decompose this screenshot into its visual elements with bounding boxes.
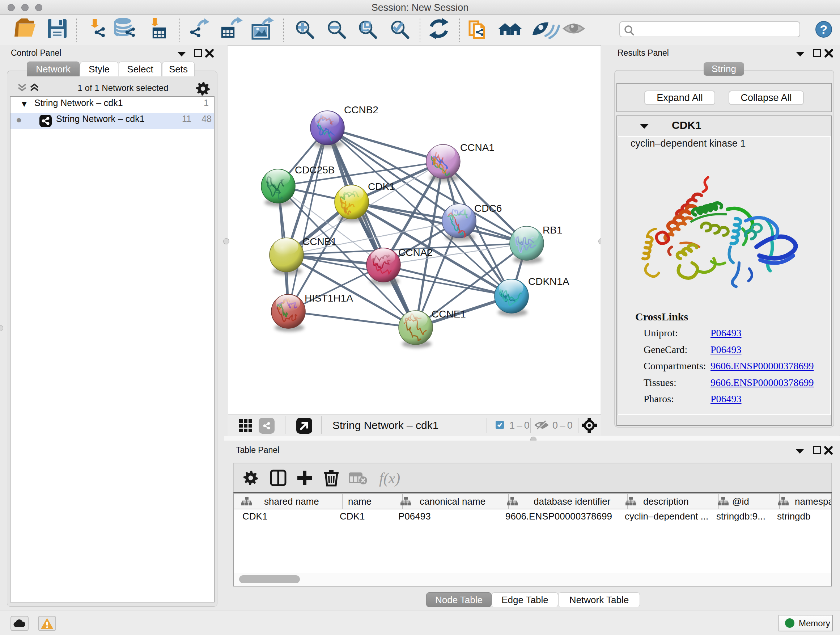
svg-text:CDC25B: CDC25B	[295, 165, 335, 176]
svg-text:HIST1H1A: HIST1H1A	[305, 293, 353, 304]
svg-text:CCNE1: CCNE1	[431, 309, 466, 320]
svg-text:CCNB2: CCNB2	[344, 104, 378, 116]
svg-text:CDKN1A: CDKN1A	[528, 276, 569, 287]
svg-text:CDC6: CDC6	[474, 203, 502, 214]
svg-text:CCNA1: CCNA1	[460, 142, 494, 153]
svg-text:CCNB1: CCNB1	[302, 236, 337, 247]
svg-text:CCNA2: CCNA2	[398, 247, 433, 258]
svg-text:RB1: RB1	[543, 225, 562, 236]
svg-text:CDK1: CDK1	[368, 181, 395, 192]
